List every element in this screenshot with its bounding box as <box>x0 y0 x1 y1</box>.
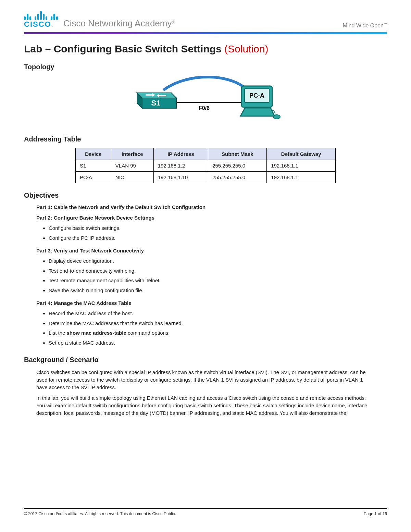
document-page: CISCO. Cisco Networking Academy® Mind Wi… <box>0 0 411 532</box>
list-item: Set up a static MAC address. <box>49 338 387 348</box>
col-ip: IP Address <box>153 148 208 160</box>
list-item: Determine the MAC addresses that the swi… <box>49 319 387 329</box>
page-number: Page 1 of 16 <box>364 511 387 516</box>
section-background: Background / Scenario <box>24 356 387 364</box>
svg-text:S1: S1 <box>151 99 161 107</box>
list-item: Save the switch running configuration fi… <box>49 286 387 296</box>
table-row: S1 VLAN 99 192.168.1.2 255.255.255.0 192… <box>76 160 336 172</box>
svg-text:PC-A: PC-A <box>249 92 264 99</box>
brand-block: CISCO. Cisco Networking Academy® <box>24 10 175 29</box>
tagline: Mind Wide Open™ <box>343 22 387 29</box>
part1-heading: Part 1: Cable the Network and Verify the… <box>36 204 387 210</box>
part4-heading: Part 4: Manage the MAC Address Table <box>36 300 387 306</box>
cisco-wordmark: CISCO. <box>24 20 58 29</box>
list-item: Record the MAC address of the host. <box>49 309 387 319</box>
list-item: Configure the PC IP address. <box>49 233 387 243</box>
background-p1: Cisco switches can be configured with a … <box>36 369 375 391</box>
col-gateway: Default Gateway <box>267 148 336 160</box>
switch-icon: S1 <box>137 93 176 108</box>
academy-title: Cisco Networking Academy® <box>63 18 175 29</box>
cisco-logo: CISCO. <box>24 10 58 29</box>
section-objectives: Objectives <box>24 191 387 199</box>
table-header-row: Device Interface IP Address Subnet Mask … <box>76 148 336 160</box>
list-item: List the show mac address-table command … <box>49 328 387 338</box>
part2-list: Configure basic switch settings. Configu… <box>49 223 387 243</box>
part4-list: Record the MAC address of the host. Dete… <box>49 309 387 348</box>
part3-list: Display device configuration. Test end-t… <box>49 256 387 295</box>
list-item: Test end-to-end connectivity with ping. <box>49 266 387 276</box>
section-addressing: Addressing Table <box>24 135 387 143</box>
part3-heading: Part 3: Verify and Test Network Connecti… <box>36 248 387 253</box>
list-item: Test remote management capabilities with… <box>49 276 387 286</box>
copyright: © 2017 Cisco and/or its affiliates. All … <box>24 511 176 516</box>
cisco-bars-icon <box>24 10 58 20</box>
col-device: Device <box>76 148 111 160</box>
command-text: show mac address-table <box>67 330 126 336</box>
pc-icon: PC-A <box>240 86 280 119</box>
svg-point-5 <box>273 115 280 119</box>
section-topology: Topology <box>24 63 387 71</box>
list-item: Display device configuration. <box>49 256 387 266</box>
table-row: PC-A NIC 192.168.1.10 255.255.255.0 192.… <box>76 172 336 183</box>
gradient-divider <box>24 32 387 34</box>
background-p2: In this lab, you will build a simple top… <box>36 394 375 417</box>
interface-label: F0/6 <box>199 105 210 111</box>
page-footer: © 2017 Cisco and/or its affiliates. All … <box>24 508 387 516</box>
col-mask: Subnet Mask <box>208 148 267 160</box>
addressing-table: Device Interface IP Address Subnet Mask … <box>75 148 336 183</box>
list-item: Configure basic switch settings. <box>49 223 387 233</box>
col-interface: Interface <box>111 148 153 160</box>
topology-diagram: F0/6 S1 PC-A <box>24 76 387 127</box>
page-title: Lab – Configuring Basic Switch Settings … <box>24 43 387 55</box>
header: CISCO. Cisco Networking Academy® Mind Wi… <box>24 10 387 31</box>
part2-heading: Part 2: Configure Basic Network Device S… <box>36 215 387 221</box>
topology-svg: F0/6 S1 PC-A <box>127 76 284 127</box>
